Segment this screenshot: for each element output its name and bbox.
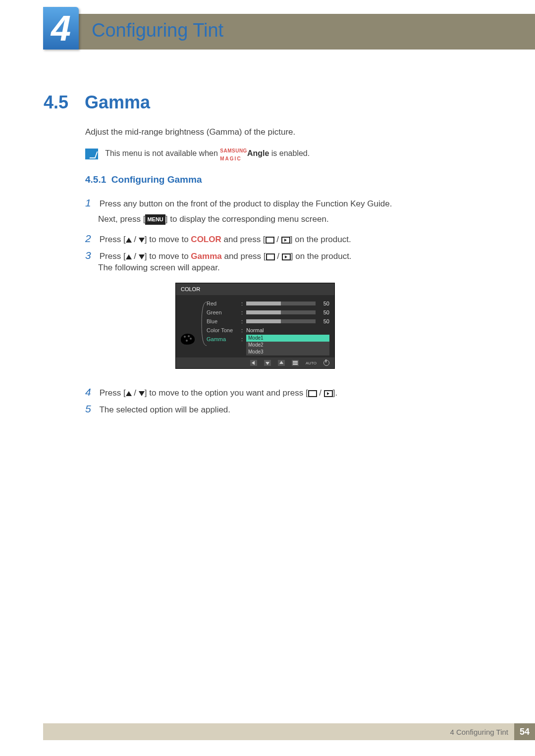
- step-text: ] to display the corresponding menu scre…: [165, 214, 329, 224]
- step-text: and press [: [222, 252, 266, 261]
- section-number: 4.5: [44, 92, 68, 113]
- footer-chapter-label: Configuring Tint: [456, 728, 508, 736]
- osd-values: 50 50 50 Normal Mode1 Mode2 Mode3: [246, 299, 329, 355]
- down-icon: [139, 238, 145, 243]
- enter-icon: [281, 237, 290, 244]
- footer-chapter-number: 4: [450, 728, 454, 736]
- svg-marker-1: [266, 362, 269, 365]
- value-red: 50: [320, 301, 329, 306]
- brace-icon: [201, 301, 208, 347]
- step-number: 5: [85, 401, 97, 417]
- osd-item-blue: Blue: [207, 317, 241, 326]
- value-blue: 50: [320, 318, 329, 324]
- brand-magic: MAGIC: [220, 156, 241, 161]
- osd-item-gamma: Gamma: [207, 335, 241, 344]
- brand-angle: Angle: [247, 149, 269, 157]
- gamma-mode-2: Mode2: [246, 342, 329, 349]
- step-text: Press any button on the front of the pro…: [100, 199, 392, 208]
- note-icon: [85, 149, 98, 159]
- note-text-pre: This menu is not available when: [105, 149, 220, 157]
- subsection-number: 4.5.1: [85, 174, 106, 185]
- step-2: 2 Press [ / ] to move to COLOR and press…: [85, 231, 351, 247]
- step-3b: The following screen will appear.: [98, 261, 220, 274]
- step-text: ] to move to: [145, 235, 191, 244]
- value-green: 50: [320, 309, 329, 315]
- step-text: The following screen will appear.: [98, 263, 220, 272]
- step-number: 1: [85, 195, 97, 211]
- step-1: 1 Press any button on the front of the p…: [85, 195, 392, 211]
- gamma-mode-3: Mode3: [246, 349, 329, 355]
- note-text-post: is enabled.: [271, 149, 310, 157]
- section-title: Gamma: [85, 92, 150, 113]
- note-row: This menu is not available when SAMSUNG …: [85, 146, 310, 162]
- osd-item-colortone: Color Tone: [207, 326, 241, 335]
- menu-button-icon: MENU: [145, 214, 165, 225]
- chapter-title: Configuring Tint: [92, 20, 223, 41]
- osd-colon-column: :::::: [241, 299, 246, 355]
- step-text: ] to move to the option you want and pre…: [145, 388, 308, 398]
- step-text: ].: [333, 388, 337, 398]
- step-text: Press [: [100, 235, 126, 244]
- step-text: The selected option will be applied.: [99, 405, 230, 414]
- svg-marker-2: [279, 361, 283, 364]
- osd-item-green: Green: [207, 308, 241, 317]
- subsection-title: Configuring Gamma: [111, 174, 202, 185]
- chapter-number-tab: 4: [43, 7, 79, 50]
- step-text: Press [: [100, 252, 126, 261]
- enter-icon: [324, 390, 333, 397]
- nav-up-icon: [278, 360, 285, 366]
- value-colortone: Normal: [246, 327, 329, 333]
- step-text: ] to move to: [145, 252, 191, 261]
- section-intro: Adjust the mid-range brightness (Gamma) …: [85, 127, 295, 137]
- nav-down-icon: [264, 360, 271, 366]
- svg-marker-0: [252, 361, 255, 365]
- step-text: ] on the product.: [290, 235, 351, 244]
- up-icon: [126, 391, 132, 396]
- rect-icon: [266, 253, 275, 260]
- nav-auto-label: AUTO: [306, 361, 317, 365]
- step-number: 2: [85, 231, 97, 247]
- rect-icon: [266, 237, 274, 244]
- slider-red: [246, 302, 316, 305]
- brand-samsung: SAMSUNG: [220, 148, 247, 153]
- gamma-mode-1: Mode1: [246, 335, 329, 342]
- step-text: Next, press [: [98, 214, 145, 224]
- up-icon: [126, 238, 132, 243]
- svg-rect-5: [293, 364, 298, 365]
- nav-left-icon: [250, 360, 257, 366]
- palette-icon: [181, 334, 195, 345]
- osd-footer: AUTO: [176, 357, 334, 368]
- slider-green: [246, 310, 316, 314]
- step-3: 3 Press [ / ] to move to Gamma and press…: [85, 248, 352, 263]
- step-text: ] on the product.: [291, 252, 352, 261]
- rect-icon: [308, 390, 317, 397]
- nav-menu-icon: [292, 360, 299, 366]
- step-text: and press [: [221, 235, 266, 244]
- footer-bar: 4 Configuring Tint 54: [43, 723, 535, 740]
- osd-title: COLOR: [176, 283, 334, 295]
- step-5: 5 The selected option will be applied.: [85, 401, 230, 417]
- down-icon: [139, 254, 145, 259]
- svg-rect-4: [293, 362, 298, 363]
- step-number: 4: [85, 384, 97, 400]
- divider-line: [77, 121, 77, 418]
- subsection-heading: 4.5.1 Configuring Gamma: [85, 174, 202, 185]
- enter-icon: [282, 253, 291, 260]
- gamma-mode-list: Mode1 Mode2 Mode3: [246, 335, 329, 355]
- footer-page-number: 54: [514, 723, 535, 740]
- osd-item-red: Red: [207, 299, 241, 308]
- highlight-color: COLOR: [191, 235, 221, 244]
- svg-rect-3: [293, 361, 298, 362]
- osd-icon-column: [179, 299, 207, 355]
- osd-labels: Red Green Blue Color Tone Gamma: [207, 299, 241, 355]
- down-icon: [139, 391, 145, 396]
- slider-blue: [246, 319, 316, 323]
- up-icon: [126, 254, 132, 259]
- step-1b: Next, press [MENU] to display the corres…: [98, 213, 329, 226]
- step-4: 4 Press [ / ] to move to the option you …: [85, 384, 337, 400]
- osd-panel: COLOR Red Green Blue Color Tone Gamma ::…: [176, 283, 334, 368]
- power-icon: [323, 360, 329, 366]
- highlight-gamma: Gamma: [191, 252, 221, 261]
- step-text: Press [: [100, 388, 126, 398]
- step-number: 3: [85, 248, 97, 263]
